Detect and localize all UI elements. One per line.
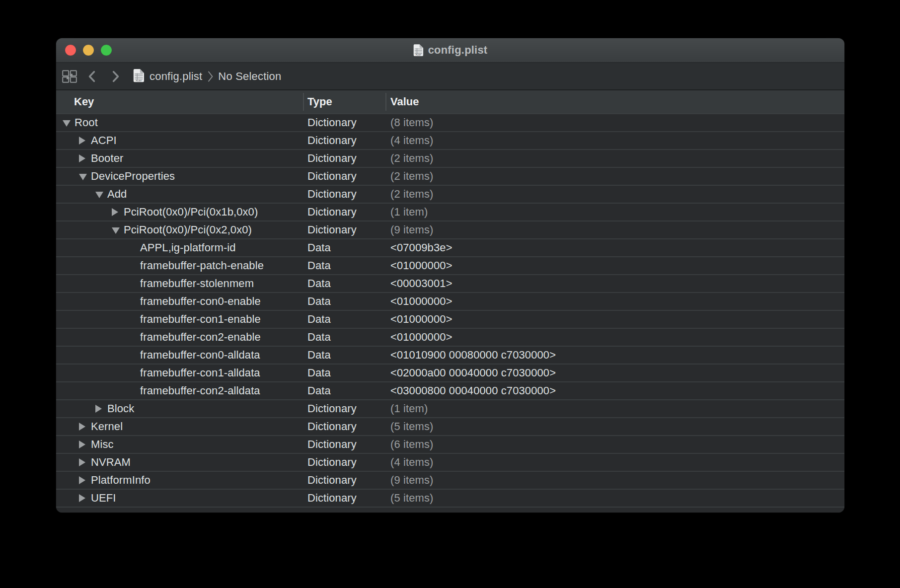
table-row[interactable]: Block Dictionary (1 item) bbox=[56, 400, 844, 418]
type-cell: Data bbox=[303, 295, 385, 308]
value-cell: <01000000> bbox=[385, 259, 844, 272]
disclosure-triangle[interactable] bbox=[112, 208, 124, 216]
column-header-value[interactable]: Value bbox=[385, 90, 844, 113]
disclosure-triangle[interactable] bbox=[95, 405, 107, 413]
table-row[interactable]: DeviceProperties Dictionary (2 items) bbox=[56, 168, 844, 186]
key-label: framebuffer-con1-enable bbox=[140, 313, 261, 326]
type-cell: Data bbox=[303, 313, 385, 326]
table-row[interactable]: Root Dictionary (8 items) bbox=[56, 114, 844, 132]
table-row[interactable]: framebuffer-con1-alldata Data <02000a00 … bbox=[56, 365, 844, 382]
value-cell: <01000000> bbox=[385, 331, 844, 344]
disclosure-triangle[interactable] bbox=[79, 458, 91, 466]
close-button[interactable] bbox=[65, 45, 76, 56]
value-cell: (9 items) bbox=[385, 474, 844, 487]
value-cell: <03000800 00040000 c7030000> bbox=[385, 384, 844, 397]
table-row[interactable]: PciRoot(0x0)/Pci(0x2,0x0) Dictionary (9 … bbox=[56, 221, 844, 239]
key-cell: PlatformInfo bbox=[56, 474, 303, 487]
column-header-key[interactable]: Key bbox=[56, 90, 303, 113]
table-row[interactable]: UEFI Dictionary (5 items) bbox=[56, 490, 844, 508]
key-label: Block bbox=[107, 402, 134, 415]
chevron-right-icon bbox=[112, 71, 120, 82]
indent-spacer bbox=[56, 498, 79, 499]
minimize-button[interactable] bbox=[83, 45, 94, 56]
value-cell: (1 item) bbox=[385, 402, 844, 415]
table-row[interactable]: PciRoot(0x0)/Pci(0x1b,0x0) Dictionary (1… bbox=[56, 204, 844, 221]
value-cell: (2 items) bbox=[385, 152, 844, 165]
key-label: ACPI bbox=[91, 134, 117, 147]
disclosure-triangle[interactable] bbox=[79, 476, 91, 484]
column-header-type[interactable]: Type bbox=[303, 90, 385, 113]
disclosure-triangle[interactable] bbox=[79, 423, 91, 431]
related-items-button[interactable] bbox=[62, 70, 77, 83]
table-row[interactable]: Booter Dictionary (2 items) bbox=[56, 150, 844, 168]
svg-text:PLIST: PLIST bbox=[416, 54, 422, 56]
key-label: UEFI bbox=[91, 492, 116, 505]
type-cell: Dictionary bbox=[303, 152, 385, 165]
type-cell: Data bbox=[303, 331, 385, 344]
indent-spacer bbox=[56, 212, 112, 213]
table-row[interactable]: Add Dictionary (2 items) bbox=[56, 186, 844, 204]
table-row[interactable]: framebuffer-patch-enable Data <01000000> bbox=[56, 257, 844, 275]
key-label: framebuffer-con2-enable bbox=[140, 331, 261, 344]
indent-spacer bbox=[56, 123, 63, 123]
table-row[interactable]: framebuffer-con0-alldata Data <01010900 … bbox=[56, 347, 844, 365]
disclosure-triangle[interactable] bbox=[79, 494, 91, 502]
key-label: Booter bbox=[91, 152, 123, 165]
table-row[interactable]: framebuffer-stolenmem Data <00003001> bbox=[56, 275, 844, 293]
jump-bar: PLIST config.plist No Selection bbox=[56, 63, 844, 90]
indent-spacer bbox=[56, 480, 79, 481]
disclosure-triangle[interactable] bbox=[63, 119, 75, 127]
disclosure-triangle[interactable] bbox=[79, 441, 91, 448]
disclosure-triangle[interactable] bbox=[112, 226, 124, 234]
table-row[interactable]: Kernel Dictionary (5 items) bbox=[56, 418, 844, 436]
disclosure-triangle[interactable] bbox=[95, 190, 107, 198]
table-row[interactable]: APPL,ig-platform-id Data <07009b3e> bbox=[56, 239, 844, 257]
indent-spacer bbox=[56, 141, 79, 141]
key-cell: Booter bbox=[56, 152, 303, 165]
table-empty-area bbox=[56, 508, 844, 513]
table-row[interactable]: framebuffer-con2-enable Data <01000000> bbox=[56, 329, 844, 347]
forward-button[interactable] bbox=[112, 71, 120, 82]
value-cell: <01000000> bbox=[385, 295, 844, 308]
indent-spacer bbox=[56, 266, 128, 266]
table-row[interactable]: NVRAM Dictionary (4 items) bbox=[56, 454, 844, 472]
breadcrumb-file-name[interactable]: config.plist bbox=[150, 70, 202, 83]
key-cell: ACPI bbox=[56, 134, 303, 147]
table-row[interactable]: PlatformInfo Dictionary (9 items) bbox=[56, 472, 844, 490]
title-bar[interactable]: PLIST config.plist bbox=[56, 38, 844, 63]
key-cell: PciRoot(0x0)/Pci(0x1b,0x0) bbox=[56, 206, 303, 219]
disclosure-triangle[interactable] bbox=[79, 172, 91, 180]
key-cell: framebuffer-con0-enable bbox=[56, 295, 303, 308]
key-cell: framebuffer-con1-alldata bbox=[56, 367, 303, 379]
key-label: framebuffer-con1-alldata bbox=[140, 367, 260, 379]
table-row[interactable]: framebuffer-con2-alldata Data <03000800 … bbox=[56, 382, 844, 400]
key-label: framebuffer-patch-enable bbox=[140, 259, 264, 272]
table-row[interactable]: framebuffer-con1-enable Data <01000000> bbox=[56, 311, 844, 329]
table-row[interactable]: Misc Dictionary (6 items) bbox=[56, 436, 844, 454]
key-cell: Add bbox=[56, 188, 303, 201]
plist-document-icon: PLIST bbox=[133, 69, 145, 82]
value-cell: (6 items) bbox=[385, 438, 844, 451]
key-cell: Block bbox=[56, 402, 303, 415]
traffic-lights bbox=[65, 38, 112, 62]
table-row[interactable]: ACPI Dictionary (4 items) bbox=[56, 132, 844, 150]
window-title-group: PLIST config.plist bbox=[413, 44, 488, 57]
type-cell: Dictionary bbox=[303, 456, 385, 469]
indent-spacer bbox=[56, 248, 128, 248]
disclosure-triangle[interactable] bbox=[79, 137, 91, 145]
value-cell: <07009b3e> bbox=[385, 241, 844, 254]
key-cell: framebuffer-con2-alldata bbox=[56, 384, 303, 397]
indent-spacer bbox=[56, 444, 79, 445]
table-body: Root Dictionary (8 items) ACPI Dictionar… bbox=[56, 114, 844, 508]
value-cell: (2 items) bbox=[385, 170, 844, 183]
back-button[interactable] bbox=[88, 71, 96, 82]
table-row[interactable]: framebuffer-con0-enable Data <01000000> bbox=[56, 293, 844, 311]
disclosure-triangle[interactable] bbox=[79, 154, 91, 162]
indent-spacer bbox=[56, 391, 128, 391]
key-label: APPL,ig-platform-id bbox=[140, 241, 236, 254]
value-cell: <02000a00 00040000 c7030000> bbox=[385, 367, 844, 379]
type-cell: Data bbox=[303, 367, 385, 379]
indent-spacer bbox=[56, 355, 128, 356]
value-cell: (5 items) bbox=[385, 492, 844, 505]
zoom-button[interactable] bbox=[101, 45, 112, 56]
